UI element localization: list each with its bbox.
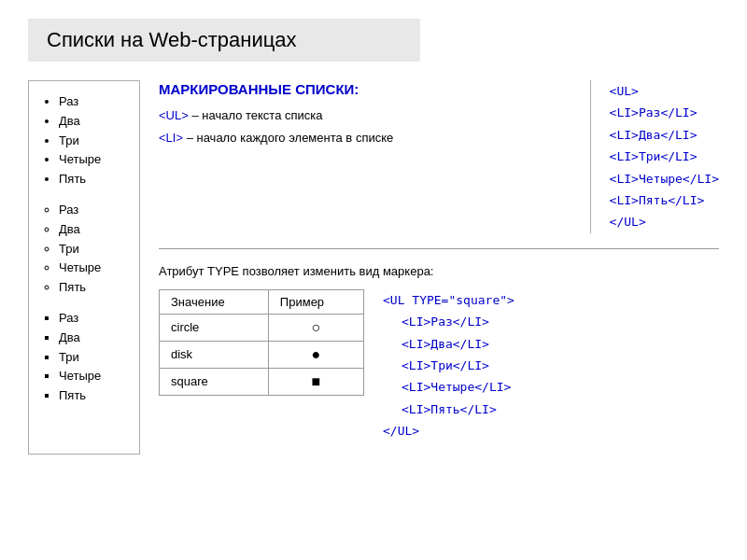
page: Списки на Web-страницах Раз Два Три Четы…: [0, 0, 747, 473]
list-item: Три: [59, 240, 124, 259]
code-item: <LI>Пять</LI>: [383, 399, 514, 420]
li-description: <LI> – начало каждого элемента в списке: [159, 129, 571, 148]
table-cell-example: ○: [268, 314, 363, 341]
disc-list: Раз Два Три Четыре Пять: [59, 92, 124, 189]
code-line: <LI>Пять</LI>: [610, 189, 719, 211]
code-block-1: <UL> <LI>Раз</LI> <LI>Два</LI> <LI>Три</…: [591, 80, 719, 233]
list-item: Пять: [59, 386, 124, 406]
code-item: <LI>Четыре</LI>: [383, 376, 514, 398]
ul-desc-text: – начало текста списка: [191, 108, 322, 122]
list-item: Три: [59, 132, 124, 151]
code-open: <UL TYPE="square">: [383, 289, 514, 311]
section-title: МАРКИРОВАННЫЕ СПИСКИ:: [159, 80, 571, 99]
list-item: Три: [59, 348, 124, 368]
list-item: Раз: [59, 309, 124, 329]
title-box: Списки на Web-страницах: [28, 19, 420, 62]
list-item: Два: [59, 112, 124, 132]
ul-description: <UL> – начало текста списка: [159, 106, 571, 126]
table-cell-value: square: [160, 368, 269, 395]
content-area: МАРКИРОВАННЫЕ СПИСКИ: <UL> – начало текс…: [159, 80, 719, 455]
code-close: </UL>: [383, 420, 514, 441]
table-code-layout: Значение Пример circle ○ disk ●: [159, 289, 719, 442]
code-line: <LI>Два</LI>: [610, 124, 719, 146]
attr-description: Атрибут TYPE позволяет изменить вид марк…: [159, 264, 719, 278]
code-item: <LI>Два</LI>: [383, 333, 514, 355]
code-line: <LI>Три</LI>: [610, 146, 719, 167]
ul-tag: <UL>: [159, 108, 189, 122]
square-list: Раз Два Три Четыре Пять: [59, 309, 124, 406]
code-item: <LI>Раз</LI>: [383, 311, 514, 332]
table-row: circle ○: [160, 314, 364, 341]
top-section: МАРКИРОВАННЫЕ СПИСКИ: <UL> – начало текс…: [159, 80, 719, 249]
list-item: Четыре: [59, 367, 124, 386]
code-line: </UL>: [610, 211, 719, 232]
code-line: <UL>: [610, 80, 719, 102]
table-cell-value: circle: [160, 314, 269, 341]
page-title: Списки на Web-страницах: [47, 28, 402, 52]
col-header-value: Значение: [160, 289, 269, 314]
table-cell-value: disk: [160, 341, 269, 368]
table-row: square ■: [160, 368, 364, 395]
list-item: Четыре: [59, 150, 124, 170]
circle-list: Раз Два Три Четыре Пять: [59, 201, 124, 298]
list-item: Раз: [59, 92, 124, 112]
attribute-section: Атрибут TYPE позволяет изменить вид марк…: [159, 264, 719, 442]
code-block-2: <UL TYPE="square"> <LI>Раз</LI> <LI>Два<…: [383, 289, 514, 442]
list-item: Пять: [59, 170, 124, 189]
marked-lists-description: МАРКИРОВАННЫЕ СПИСКИ: <UL> – начало текс…: [159, 80, 591, 233]
table-cell-example: ●: [268, 341, 363, 368]
code-line: <LI>Четыре</LI>: [610, 168, 719, 189]
sidebar: Раз Два Три Четыре Пять Раз Два Три Четы…: [28, 80, 140, 455]
col-header-example: Пример: [268, 289, 363, 314]
table-cell-example: ■: [268, 368, 363, 395]
table-row: disk ●: [160, 341, 364, 368]
code-item: <LI>Три</LI>: [383, 355, 514, 376]
list-item: Раз: [59, 201, 124, 220]
list-item: Пять: [59, 278, 124, 298]
li-tag: <LI>: [159, 131, 183, 145]
li-desc-text: – начало каждого элемента в списке: [187, 131, 394, 145]
list-item: Четыре: [59, 259, 124, 278]
list-item: Два: [59, 329, 124, 348]
list-item: Два: [59, 220, 124, 240]
main-layout: Раз Два Три Четыре Пять Раз Два Три Четы…: [28, 80, 719, 455]
code-line: <LI>Раз</LI>: [610, 102, 719, 123]
type-table: Значение Пример circle ○ disk ●: [159, 289, 364, 396]
